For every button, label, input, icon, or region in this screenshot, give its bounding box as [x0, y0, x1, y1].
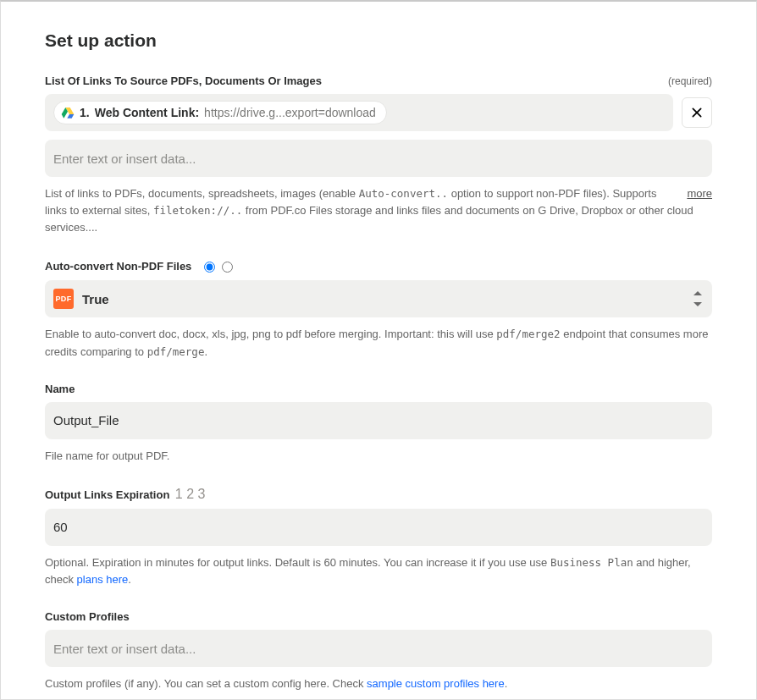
autoconvert-value: True	[82, 292, 109, 306]
close-icon	[690, 106, 704, 119]
expiration-description: Optional. Expiration in minutes for outp…	[45, 554, 712, 588]
clear-chip-button[interactable]	[682, 97, 712, 128]
expiration-label: Output Links Expiration	[45, 488, 169, 501]
profiles-label: Custom Profiles	[45, 610, 712, 623]
plans-link[interactable]: plans here	[77, 573, 129, 586]
svg-marker-1	[67, 114, 74, 119]
page-title: Set up action	[45, 30, 712, 51]
expiration-hint: 1 2 3	[175, 487, 206, 501]
links-text-input-shell[interactable]	[45, 140, 712, 177]
links-label: List Of Links To Source PDFs, Documents …	[45, 74, 322, 87]
profiles-input-shell[interactable]	[45, 630, 712, 667]
name-label: Name	[45, 383, 712, 395]
google-drive-icon	[61, 106, 75, 119]
autoconvert-radio-off[interactable]	[222, 262, 233, 273]
links-text-input[interactable]	[53, 152, 704, 166]
profiles-description: Custom profiles (if any). You can set a …	[45, 675, 712, 692]
chip-number: 1.	[80, 106, 90, 119]
autoconvert-radio-on[interactable]	[204, 262, 215, 273]
name-input[interactable]	[53, 413, 704, 427]
links-description: more List of links to PDFs, documents, s…	[45, 185, 712, 236]
link-chip[interactable]: 1. Web Content Link: https://drive.g...e…	[53, 101, 387, 124]
sample-profiles-link[interactable]: sample custom profiles here	[367, 677, 505, 690]
name-description: File name for output PDF.	[45, 448, 712, 465]
name-input-shell[interactable]	[45, 402, 712, 439]
expiration-input[interactable]	[53, 520, 704, 534]
pdf-icon: PDF	[53, 289, 74, 309]
chevron-up-down-icon	[692, 291, 704, 306]
profiles-input[interactable]	[53, 642, 704, 656]
links-input-chip-row[interactable]: 1. Web Content Link: https://drive.g...e…	[45, 94, 673, 131]
autoconvert-description: Enable to auto-convert doc, docx, xls, j…	[45, 326, 712, 360]
more-link[interactable]: more	[687, 185, 712, 202]
required-indicator: (required)	[668, 75, 712, 87]
autoconvert-label: Auto-convert Non-PDF Files	[45, 260, 191, 273]
autoconvert-select[interactable]: PDF True	[45, 280, 712, 317]
chip-value: https://drive.g...export=download	[204, 106, 376, 119]
expiration-input-shell[interactable]	[45, 509, 712, 546]
chip-label: Web Content Link:	[95, 106, 199, 119]
